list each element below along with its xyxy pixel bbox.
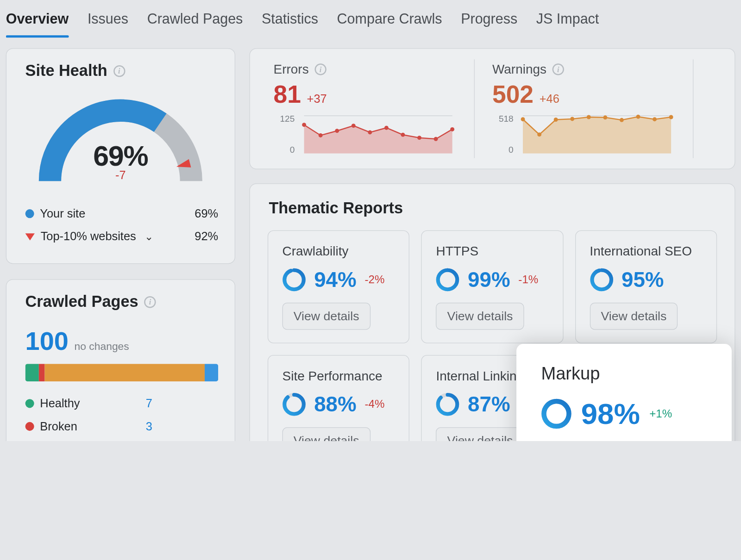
info-icon[interactable]: i (113, 65, 125, 76)
svg-point-32 (544, 401, 569, 426)
tab-issues[interactable]: Issues (88, 11, 128, 37)
legend-your-site-label: Your site (40, 207, 85, 220)
crawled-pages-count: 100 (25, 326, 69, 356)
crawled-pages-row[interactable]: Healthy7 (25, 392, 219, 415)
card-delta: -2% (364, 274, 384, 286)
crawled-pages-row[interactable]: Broken3 (25, 415, 219, 438)
svg-point-26 (592, 270, 611, 290)
errors-block[interactable]: Errors i 81 +37 125 0 (256, 59, 474, 158)
svg-point-8 (417, 136, 421, 140)
donut-icon (590, 268, 613, 292)
tab-statistics[interactable]: Statistics (262, 11, 318, 37)
card-delta: -1% (518, 274, 538, 286)
thematic-title: Thematic Reports (256, 190, 728, 224)
info-icon[interactable]: i (144, 296, 156, 307)
view-details-button[interactable]: View details (590, 303, 678, 330)
card-delta: -4% (364, 398, 384, 411)
svg-point-5 (368, 131, 372, 135)
thematic-card: Crawlability94%-2%View details (268, 230, 409, 343)
svg-point-15 (587, 115, 591, 119)
site-health-title: Site Health (25, 62, 107, 80)
bar-segment (39, 364, 44, 381)
view-details-button[interactable]: View details (436, 303, 524, 330)
svg-point-13 (554, 118, 558, 122)
info-icon[interactable]: i (314, 63, 326, 75)
popout-pct: 98% (581, 397, 640, 431)
crawled-pages-row[interactable]: Have issues83+19 (25, 438, 219, 441)
view-details-button[interactable]: View details (283, 303, 370, 330)
tab-compare-crawls[interactable]: Compare Crawls (337, 11, 442, 37)
svg-point-16 (603, 115, 607, 119)
legend-dot-icon (25, 422, 34, 431)
donut-icon (436, 268, 459, 292)
thematic-card: Site Performance88%-4%View details (268, 355, 409, 441)
alerts-panel: Errors i 81 +37 125 0 Warnings (249, 48, 735, 169)
errors-delta: +37 (307, 92, 327, 106)
crawled-pages-bar (25, 364, 219, 381)
view-details-button[interactable]: View details (436, 427, 524, 441)
warnings-block[interactable]: Warnings i 502 +46 518 0 (475, 59, 693, 158)
card-pct: 87% (468, 392, 510, 417)
alerts-extra (693, 59, 728, 158)
tab-crawled-pages[interactable]: Crawled Pages (147, 11, 243, 37)
errors-axis-bot: 0 (274, 144, 295, 155)
donut-icon (541, 398, 571, 429)
errors-sparkline (302, 113, 455, 156)
row-label: Healthy (40, 397, 80, 410)
svg-point-9 (434, 137, 438, 141)
view-details-button[interactable]: View details (283, 427, 370, 441)
svg-point-18 (636, 115, 641, 119)
errors-title: Errors (274, 62, 309, 77)
warnings-sparkline (521, 113, 673, 156)
svg-point-19 (653, 117, 657, 121)
svg-point-2 (319, 133, 323, 137)
svg-point-4 (352, 124, 356, 128)
warnings-title: Warnings (492, 62, 546, 77)
donut-icon (283, 392, 306, 416)
tab-overview[interactable]: Overview (6, 11, 69, 37)
svg-point-11 (521, 117, 525, 121)
errors-axis-top: 125 (274, 113, 295, 124)
card-pct: 95% (622, 268, 664, 292)
crawled-pages-panel: Crawled Pages i 100 no changes Healthy7B… (6, 279, 235, 441)
bar-segment (205, 364, 218, 381)
svg-point-14 (570, 117, 574, 121)
legend-dot-icon (25, 399, 34, 408)
site-health-panel: Site Health i 69% -7 Your site 69 (6, 48, 235, 264)
row-count: 3 (126, 420, 152, 433)
svg-point-3 (335, 129, 339, 133)
bar-segment (44, 364, 205, 381)
crawled-pages-title: Crawled Pages (25, 292, 138, 311)
svg-point-12 (537, 132, 541, 137)
top10-row[interactable]: Top-10% websites ⌄ 92% (25, 225, 219, 248)
warnings-delta: +46 (540, 92, 559, 106)
tabs-bar: OverviewIssuesCrawled PagesStatisticsCom… (0, 0, 741, 37)
thematic-card: International SEO95%View details (575, 230, 717, 343)
warnings-axis-bot: 0 (492, 144, 514, 155)
svg-point-22 (284, 270, 304, 290)
popout-title: Markup (541, 364, 714, 384)
popout-delta: +1% (649, 407, 672, 420)
markup-popout-card: Markup 98% +1% View details (516, 344, 732, 441)
svg-point-24 (438, 270, 458, 290)
svg-point-20 (669, 115, 673, 119)
errors-value: 81 (274, 81, 301, 109)
card-title: Site Performance (283, 368, 396, 384)
warnings-axis-top: 518 (492, 113, 514, 124)
legend-top10-value: 92% (195, 230, 218, 243)
card-title: HTTPS (436, 244, 550, 259)
site-health-value: 69% (6, 140, 235, 172)
donut-icon (436, 392, 459, 416)
tab-progress[interactable]: Progress (461, 11, 517, 37)
legend-top10-label: Top-10% websites (41, 230, 136, 243)
thematic-card: HTTPS99%-1%View details (421, 230, 563, 343)
legend-dot-icon (25, 209, 34, 218)
site-health-delta: -7 (6, 168, 235, 182)
svg-point-10 (450, 127, 454, 131)
svg-point-7 (401, 133, 405, 137)
legend-your-site-value: 69% (195, 207, 218, 220)
info-icon[interactable]: i (553, 63, 564, 75)
chevron-down-icon: ⌄ (144, 230, 153, 243)
tab-js-impact[interactable]: JS Impact (536, 11, 599, 37)
svg-point-30 (438, 395, 458, 414)
